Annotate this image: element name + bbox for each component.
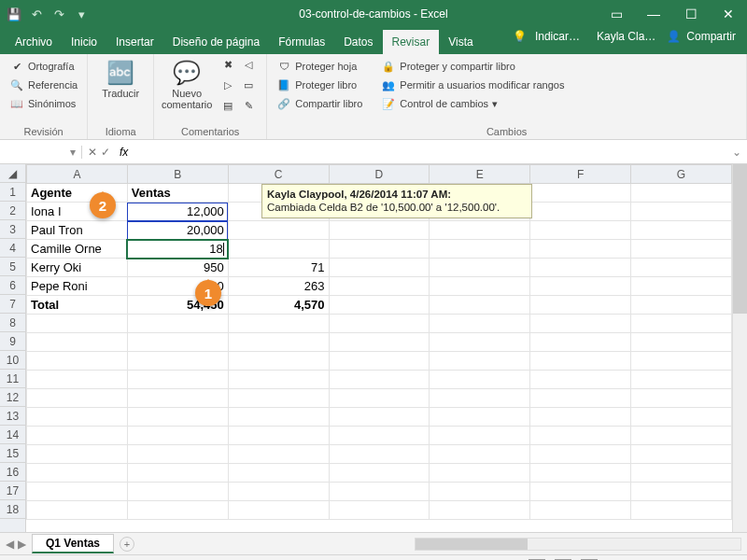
namebox-dropdown-icon[interactable]: ▾ [70, 146, 76, 159]
tab-vista[interactable]: Vista [439, 30, 482, 54]
new-sheet-icon[interactable]: + [120, 537, 134, 552]
title-bar: 💾 ↶ ↷ ▾ 03-control-de-cambios - Excel ▭ … [0, 0, 747, 28]
window-title: 03-control-de-cambios - Excel [299, 7, 447, 21]
sheet-tab-active[interactable]: Q1 Ventas [32, 534, 114, 553]
quicksave-icon[interactable]: 💾 [4, 4, 24, 24]
protect-book-icon: 📘 [276, 77, 291, 92]
cell[interactable]: 20,000 [127, 221, 228, 240]
cell[interactable]: Paul Tron [27, 221, 128, 240]
cell-b2-tracked[interactable]: 12,000 [127, 203, 228, 221]
close-icon[interactable]: ✕ [710, 0, 747, 28]
ink-icon[interactable]: ✎ [239, 100, 258, 119]
column-headers[interactable]: ABC DEFG [27, 165, 732, 184]
table-row: Pepe Roni 500 263 [27, 277, 732, 296]
cell[interactable]: 263 [228, 277, 329, 296]
ribbon-collapse-icon[interactable]: ▭ [598, 0, 635, 28]
fx-icon[interactable]: fx [116, 146, 132, 159]
qat-more-icon[interactable]: ▾ [71, 4, 92, 24]
table-row: Paul Tron 20,000 [27, 221, 732, 240]
callout-marker-2: 2 [90, 192, 116, 218]
track-changes-icon: 📝 [381, 96, 396, 111]
tooltip-author: Kayla Claypool, 4/26/2014 11:07 AM: [267, 189, 451, 200]
ribbon-tabs: Archivo Inicio Insertar Diseño de página… [0, 28, 747, 54]
group-label: Comentarios [162, 124, 259, 137]
spellcheck-icon: ✔ [9, 59, 24, 74]
text-cursor [223, 243, 224, 256]
allow-ranges-icon: 👥 [381, 77, 396, 92]
vertical-scrollbar[interactable] [732, 164, 747, 532]
show-all-icon[interactable]: ▤ [218, 100, 237, 119]
translate-icon: 🔤 [106, 58, 135, 88]
new-comment-icon: 💬 [172, 58, 202, 88]
tab-datos[interactable]: Datos [334, 30, 382, 54]
name-box[interactable]: ▾ [0, 146, 82, 159]
share-book-icon: 🔗 [276, 96, 291, 111]
formula-bar: ▾ ✕ ✓ fx ⌄ [0, 140, 747, 164]
active-cell-b4[interactable]: 18 [127, 240, 228, 259]
cell[interactable]: Camille Orne [27, 240, 128, 259]
group-label: Idioma [95, 124, 146, 137]
horizontal-scrollbar[interactable] [415, 538, 741, 551]
btn-protect-share[interactable]: 🔒Proteger y compartir libro [379, 58, 566, 75]
status-bar: − + 100 % [0, 554, 747, 560]
btn-thesaurus[interactable]: 📖Sinónimos [7, 95, 79, 112]
btn-new-comment[interactable]: 💬 Nuevo comentario [162, 58, 212, 110]
cell[interactable]: 4,570 [228, 296, 329, 315]
cell[interactable]: Pepe Roni [27, 277, 128, 296]
group-cambios: 🛡Proteger hoja 📘Proteger libro 🔗Comparti… [267, 54, 747, 139]
worksheet-grid[interactable]: ◢ 1234567 891011121314 15161718 ABC DEFG… [0, 164, 747, 532]
table-row: Camille Orne 18 [27, 240, 732, 259]
tab-revisar[interactable]: Revisar [383, 30, 440, 54]
undo-icon[interactable]: ↶ [26, 4, 47, 24]
btn-allow-ranges[interactable]: 👥Permitir a usuarios modificar rangos [379, 77, 566, 93]
cell[interactable]: Ventas [127, 184, 228, 203]
sheet-nav-next-icon[interactable]: ▶ [18, 538, 26, 551]
tab-insertar[interactable]: Insertar [106, 30, 163, 54]
protect-sheet-icon: 🛡 [276, 59, 291, 74]
select-all-corner[interactable]: ◢ [0, 164, 25, 183]
table-row: Kerry Oki 950 71 [27, 259, 732, 277]
btn-protect-book[interactable]: 📘Proteger libro [275, 77, 364, 93]
callout-marker-1: 1 [195, 280, 221, 306]
btn-reference[interactable]: 🔍Referencia [7, 77, 79, 93]
group-label: Revisión [7, 124, 79, 137]
btn-spellcheck[interactable]: ✔Ortografía [7, 58, 79, 75]
tab-pagelayout[interactable]: Diseño de página [163, 30, 269, 54]
ribbon: ✔Ortografía 🔍Referencia 📖Sinónimos Revis… [0, 54, 747, 140]
cell[interactable]: 71 [228, 259, 329, 277]
btn-share-book[interactable]: 🔗Compartir libro [275, 95, 364, 112]
protect-share-icon: 🔒 [381, 59, 396, 74]
table-row: Total 54,450 4,570 [27, 296, 732, 315]
tab-archivo[interactable]: Archivo [6, 30, 62, 54]
reference-icon: 🔍 [9, 77, 24, 92]
fx-enter-icon[interactable]: ✓ [101, 146, 110, 159]
minimize-icon[interactable]: — [635, 0, 672, 28]
group-comentarios: 💬 Nuevo comentario ✖◁ ▷▭ ▤✎ Comentarios [154, 54, 267, 139]
btn-protect-sheet[interactable]: 🛡Proteger hoja [275, 58, 364, 75]
maximize-icon[interactable]: ☐ [672, 0, 710, 28]
fx-expand-icon[interactable]: ⌄ [726, 146, 747, 159]
tab-inicio[interactable]: Inicio [62, 30, 106, 54]
sheet-tab-bar: ◀ ▶ Q1 Ventas + [0, 532, 747, 554]
fx-cancel-icon[interactable]: ✕ [88, 146, 97, 159]
change-tooltip: Kayla Claypool, 4/26/2014 11:07 AM: Camb… [261, 184, 532, 218]
thesaurus-icon: 📖 [9, 96, 24, 111]
cell[interactable]: Kerry Oki [27, 259, 128, 277]
delete-comment-icon[interactable]: ✖ [218, 59, 237, 77]
prev-comment-icon[interactable]: ◁ [239, 59, 258, 77]
redo-icon[interactable]: ↷ [49, 4, 69, 24]
show-comment-icon[interactable]: ▭ [239, 79, 258, 98]
btn-translate[interactable]: 🔤 Traducir [95, 58, 146, 99]
group-idioma: 🔤 Traducir Idioma [88, 54, 154, 139]
cell[interactable]: Total [27, 296, 128, 315]
group-revision: ✔Ortografía 🔍Referencia 📖Sinónimos Revis… [0, 54, 88, 139]
sheet-nav-prev-icon[interactable]: ◀ [6, 538, 14, 551]
tab-formulas[interactable]: Fórmulas [269, 30, 334, 54]
tooltip-body: Cambiada Celda B2 de '10,500.00' a '12,5… [267, 202, 500, 213]
btn-track-changes[interactable]: 📝Control de cambios ▾ [379, 95, 566, 112]
group-label: Cambios [275, 124, 739, 137]
row-headers[interactable]: ◢ 1234567 891011121314 15161718 [0, 164, 26, 532]
next-comment-icon[interactable]: ▷ [218, 79, 237, 98]
